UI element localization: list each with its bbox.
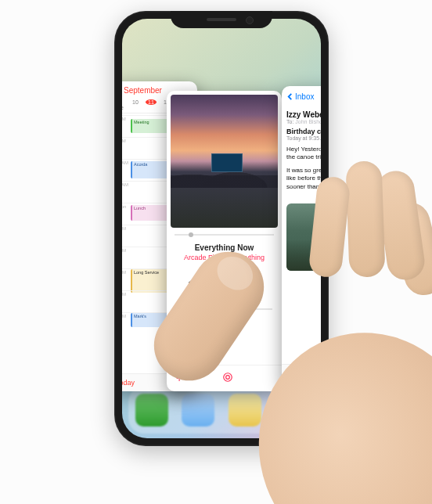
rewind-icon [187,274,204,291]
add-button[interactable]: + [176,372,182,385]
pause-icon [216,274,233,291]
svg-point-7 [225,376,229,380]
mail-date: Today at 9:35 AM [286,135,321,141]
svg-rect-4 [219,277,223,289]
track-artist: Arcade Fire — Everything [167,252,282,263]
app-switcher[interactable]: September 9 10 11 12 Tue 8 AMMeeting 9 A… [122,19,321,438]
chevron-left-icon [286,93,293,100]
mail-subject: Birthday cano [286,128,321,135]
album-art[interactable] [171,95,278,228]
track-title: Everything Now [167,239,282,252]
app-card-mail[interactable]: Inbox Izzy Weberba To: John Bishop Birth… [282,86,321,390]
flag-icon [290,371,301,382]
calendar-back-label: September [124,86,162,95]
app-card-music[interactable]: Music Everything Now Arcade Fire — Every… [167,91,282,391]
volume-slider[interactable] [176,308,272,310]
svg-point-6 [223,373,232,382]
mail-to: To: John Bishop [286,119,321,124]
iphone-frame: September 9 10 11 12 Tue 8 AMMeeting 9 A… [114,11,329,446]
airplay-icon [222,372,233,383]
rewind-button[interactable] [187,274,204,293]
calendar-today-button[interactable]: Today [122,379,135,387]
svg-rect-5 [225,277,229,289]
dock-blurred [128,387,315,434]
notch [171,11,272,28]
mail-back-button[interactable]: Inbox [282,86,321,107]
screen: September 9 10 11 12 Tue 8 AMMeeting 9 A… [122,19,321,438]
pause-button[interactable] [216,274,233,293]
airplay-button[interactable] [222,372,233,385]
mail-attachment-image[interactable] [286,203,321,271]
forward-icon [245,274,262,291]
mail-body: Hey! Yesterday an amazing tim the canoe … [286,146,321,191]
mail-flag-button[interactable] [290,371,301,383]
forward-button[interactable] [245,274,262,293]
mail-from: Izzy Weberba [286,110,321,119]
scrubber[interactable] [175,234,274,236]
calendar-selected-day[interactable]: 11 [146,99,157,105]
mail-back-label: Inbox [295,92,314,101]
